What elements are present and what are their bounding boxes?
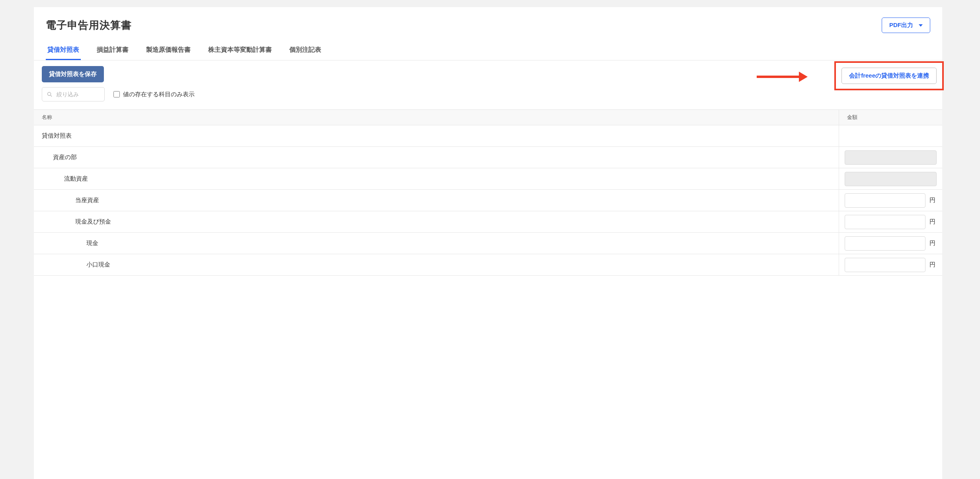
page-title: 電子申告用決算書 — [46, 18, 132, 32]
amount-input[interactable] — [845, 193, 925, 208]
row-label: 現金及び預金 — [34, 211, 839, 232]
header-row: 電子申告用決算書 PDF出力 — [34, 7, 942, 36]
tab-4[interactable]: 個別注記表 — [288, 46, 323, 60]
unit-label: 円 — [929, 218, 937, 226]
column-header-name: 名称 — [34, 110, 839, 125]
page-container: 電子申告用決算書 PDF出力 貸借対照表損益計算書製造原価報告書株主資本等変動計… — [34, 7, 942, 479]
unit-label: 円 — [929, 197, 937, 204]
amount-input[interactable] — [845, 236, 925, 251]
amount-readonly — [845, 172, 937, 186]
table-row: 流動資産 — [34, 168, 942, 190]
row-amount-cell: 円 — [839, 254, 942, 275]
table-row: 現金及び預金円 — [34, 211, 942, 233]
table-row: 当座資産円 — [34, 190, 942, 211]
column-header-amount: 金額 — [839, 110, 942, 125]
amount-input[interactable] — [845, 258, 925, 272]
table-row: 現金円 — [34, 233, 942, 254]
balance-sheet-table: 名称 金額 貸借対照表資産の部流動資産当座資産円現金及び預金円現金円小口現金円 — [34, 109, 942, 276]
tabs-bar: 貸借対照表損益計算書製造原価報告書株主資本等変動計算書個別注記表 — [34, 36, 942, 60]
link-freee-button[interactable]: 会計freeeの貸借対照表を連携 — [841, 68, 937, 84]
row-label: 流動資産 — [34, 168, 839, 189]
arrow-line — [757, 76, 799, 78]
row-label: 現金 — [34, 233, 839, 254]
row-label: 小口現金 — [34, 254, 839, 275]
unit-label: 円 — [929, 240, 937, 247]
tab-3[interactable]: 株主資本等変動計算書 — [207, 46, 273, 60]
row-amount-cell — [839, 147, 942, 168]
table-row: 貸借対照表 — [34, 125, 942, 147]
chevron-down-icon — [919, 24, 923, 27]
unit-label: 円 — [929, 261, 937, 269]
row-amount-cell — [839, 125, 942, 146]
row-amount-cell: 円 — [839, 190, 942, 211]
row-label: 当座資産 — [34, 190, 839, 211]
table-header: 名称 金額 — [34, 109, 942, 125]
row-label: 貸借対照表 — [34, 125, 839, 146]
search-input[interactable] — [42, 87, 105, 101]
tab-2[interactable]: 製造原価報告書 — [144, 46, 192, 60]
pdf-export-button[interactable]: PDF出力 — [882, 18, 930, 33]
arrow-right-icon — [799, 72, 808, 82]
table-body: 貸借対照表資産の部流動資産当座資産円現金及び預金円現金円小口現金円 — [34, 125, 942, 276]
row-amount-cell — [839, 168, 942, 189]
amount-input[interactable] — [845, 215, 925, 229]
search-wrap — [42, 87, 105, 101]
table-row: 小口現金円 — [34, 254, 942, 276]
table-row: 資産の部 — [34, 147, 942, 168]
amount-readonly — [845, 150, 937, 165]
highlight-box: 会計freeeの貸借対照表を連携 — [834, 61, 944, 90]
filter-checkbox-label: 値の存在する科目のみ表示 — [123, 91, 195, 98]
filter-row: 値の存在する科目のみ表示 — [42, 87, 195, 101]
row-label: 資産の部 — [34, 147, 839, 168]
tab-0[interactable]: 貸借対照表 — [46, 46, 81, 60]
row-amount-cell: 円 — [839, 211, 942, 232]
arrow-annotation — [757, 72, 808, 82]
row-amount-cell: 円 — [839, 233, 942, 254]
filter-checkbox-wrap[interactable]: 値の存在する科目のみ表示 — [113, 91, 195, 98]
toolbar: 貸借対照表を保存 値の存在する科目のみ表示 会計free — [34, 60, 942, 101]
tab-1[interactable]: 損益計算書 — [95, 46, 130, 60]
toolbar-left: 貸借対照表を保存 値の存在する科目のみ表示 — [42, 66, 195, 101]
pdf-export-label: PDF出力 — [889, 21, 913, 29]
save-button[interactable]: 貸借対照表を保存 — [42, 66, 104, 82]
filter-checkbox[interactable] — [113, 91, 120, 97]
